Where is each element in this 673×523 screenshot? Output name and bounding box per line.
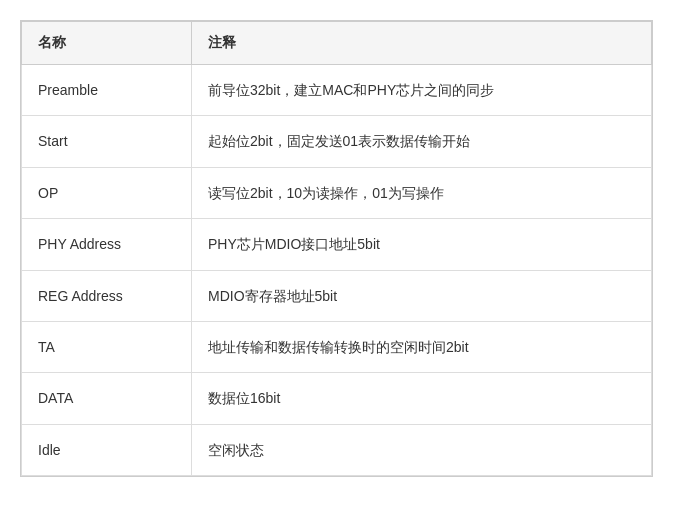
header-note: 注释 <box>192 22 652 65</box>
cell-name: PHY Address <box>22 219 192 270</box>
cell-name: REG Address <box>22 270 192 321</box>
cell-note: 读写位2bit，10为读操作，01为写操作 <box>192 167 652 218</box>
cell-name: DATA <box>22 373 192 424</box>
main-table: 名称 注释 Preamble前导位32bit，建立MAC和PHY芯片之间的同步S… <box>20 20 653 477</box>
cell-name: TA <box>22 321 192 372</box>
cell-name: Preamble <box>22 65 192 116</box>
table-header-row: 名称 注释 <box>22 22 652 65</box>
cell-note: PHY芯片MDIO接口地址5bit <box>192 219 652 270</box>
header-name: 名称 <box>22 22 192 65</box>
cell-note: 地址传输和数据传输转换时的空闲时间2bit <box>192 321 652 372</box>
table-row: Start起始位2bit，固定发送01表示数据传输开始 <box>22 116 652 167</box>
cell-name: Idle <box>22 424 192 475</box>
cell-name: Start <box>22 116 192 167</box>
cell-name: OP <box>22 167 192 218</box>
table-row: REG AddressMDIO寄存器地址5bit <box>22 270 652 321</box>
cell-note: 前导位32bit，建立MAC和PHY芯片之间的同步 <box>192 65 652 116</box>
cell-note: 数据位16bit <box>192 373 652 424</box>
table-row: PHY AddressPHY芯片MDIO接口地址5bit <box>22 219 652 270</box>
cell-note: MDIO寄存器地址5bit <box>192 270 652 321</box>
table-row: Idle空闲状态 <box>22 424 652 475</box>
cell-note: 空闲状态 <box>192 424 652 475</box>
table-row: TA地址传输和数据传输转换时的空闲时间2bit <box>22 321 652 372</box>
table-row: DATA数据位16bit <box>22 373 652 424</box>
table-row: Preamble前导位32bit，建立MAC和PHY芯片之间的同步 <box>22 65 652 116</box>
table-row: OP读写位2bit，10为读操作，01为写操作 <box>22 167 652 218</box>
cell-note: 起始位2bit，固定发送01表示数据传输开始 <box>192 116 652 167</box>
